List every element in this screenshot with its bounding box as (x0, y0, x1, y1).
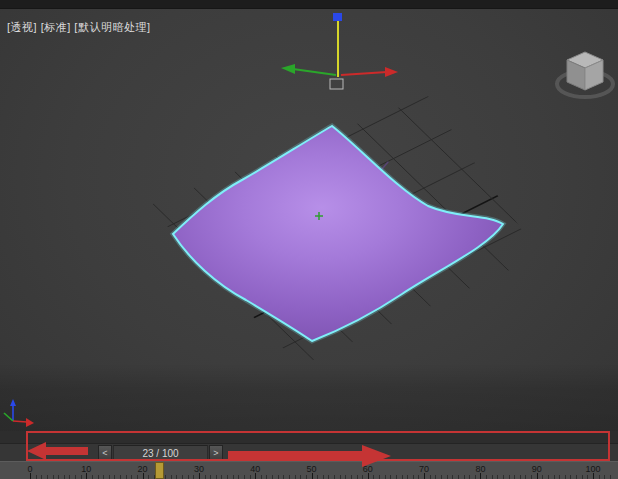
ruler-tick-mark (593, 473, 594, 479)
time-ruler[interactable]: 0102030405060708090100 (0, 461, 618, 479)
ruler-tick-mark (537, 473, 538, 479)
ruler-tick-mark (424, 473, 425, 479)
ruler-tick-mark (255, 473, 256, 479)
ruler-tick-mark (86, 473, 87, 479)
viewport-label[interactable]: [透视] [标准] [默认明暗处理] (7, 20, 150, 35)
ruler-tick-mark (199, 473, 200, 479)
app-window: [透视] [标准] [默认明暗处理] (0, 0, 618, 479)
time-slider-handle[interactable]: < 23 / 100 > (98, 445, 223, 461)
ruler-tick-mark (30, 473, 31, 479)
top-bar (0, 0, 618, 9)
time-slider-track[interactable]: < 23 / 100 > (0, 443, 618, 461)
ruler-tick-mark (312, 473, 313, 479)
prev-frame-button[interactable]: < (98, 445, 112, 461)
timeline-area: < 23 / 100 > 0102030405060708090100 (0, 431, 618, 479)
viewport[interactable] (0, 8, 618, 431)
ruler-tick-mark (368, 473, 369, 479)
ruler-tick-mark (480, 473, 481, 479)
frame-counter[interactable]: 23 / 100 (113, 445, 208, 461)
time-caret[interactable] (155, 462, 164, 479)
ruler-tick-mark (143, 473, 144, 479)
next-frame-button[interactable]: > (209, 445, 223, 461)
